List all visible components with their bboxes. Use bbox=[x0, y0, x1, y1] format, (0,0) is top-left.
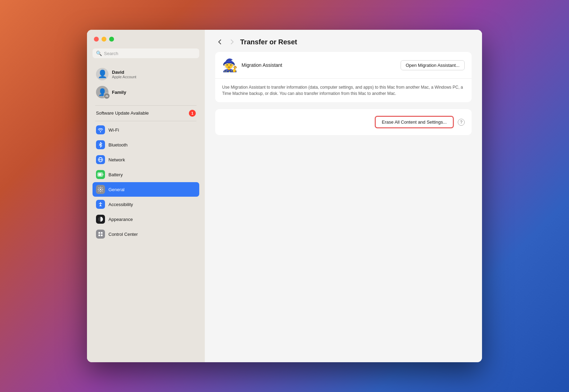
wifi-icon bbox=[96, 125, 105, 134]
avatar-wrapper: 👤 bbox=[96, 68, 108, 80]
help-button[interactable]: ? bbox=[458, 119, 465, 126]
appearance-icon bbox=[96, 215, 105, 224]
network-icon bbox=[96, 155, 105, 164]
search-placeholder: Search bbox=[104, 51, 118, 56]
user-account-item[interactable]: 👤 David Apple Account bbox=[93, 65, 199, 83]
fullscreen-button[interactable] bbox=[109, 37, 114, 42]
svg-rect-10 bbox=[101, 232, 103, 234]
software-update-label: Software Update Available bbox=[96, 110, 185, 116]
search-icon: 🔍 bbox=[96, 51, 102, 56]
family-avatar-wrapper: 👤 JS bbox=[96, 86, 108, 98]
svg-rect-5 bbox=[103, 174, 103, 175]
sidebar-item-battery[interactable]: Battery bbox=[93, 167, 199, 182]
open-migration-button[interactable]: Open Migration Assistant... bbox=[401, 60, 465, 70]
main-header: Transfer or Reset bbox=[205, 30, 482, 52]
avatar-person-icon: 👤 bbox=[98, 70, 107, 79]
wifi-label: Wi-Fi bbox=[108, 127, 119, 133]
general-label: General bbox=[108, 187, 124, 192]
close-button[interactable] bbox=[94, 37, 99, 42]
migration-title: Migration Assistant bbox=[242, 62, 395, 68]
divider-1 bbox=[95, 105, 196, 106]
settings-window: 🔍 Search 👤 David Apple Account bbox=[87, 30, 482, 362]
update-text-block: Software Update Available bbox=[96, 110, 185, 116]
main-body: 🧙 Migration Assistant Open Migration Ass… bbox=[205, 52, 482, 362]
erase-card: Erase All Content and Settings... ? bbox=[215, 109, 472, 135]
back-button[interactable] bbox=[215, 37, 224, 46]
migration-card: 🧙 Migration Assistant Open Migration Ass… bbox=[215, 52, 472, 102]
sidebar-item-general[interactable]: General bbox=[93, 182, 199, 197]
general-icon bbox=[96, 185, 105, 194]
sidebar-item-appearance[interactable]: Appearance bbox=[93, 212, 199, 226]
traffic-lights bbox=[87, 37, 205, 48]
bluetooth-label: Bluetooth bbox=[108, 142, 128, 148]
battery-label: Battery bbox=[108, 172, 123, 177]
sidebar: 🔍 Search 👤 David Apple Account bbox=[87, 30, 205, 362]
erase-button[interactable]: Erase All Content and Settings... bbox=[375, 116, 454, 128]
network-label: Network bbox=[108, 157, 125, 162]
sidebar-content: 👤 David Apple Account 👤 JS bbox=[87, 64, 205, 355]
battery-icon bbox=[96, 170, 105, 179]
family-info: Family bbox=[112, 90, 196, 95]
svg-rect-4 bbox=[98, 173, 102, 176]
sidebar-item-network[interactable]: Network bbox=[93, 152, 199, 167]
page-title: Transfer or Reset bbox=[240, 38, 297, 46]
divider-2 bbox=[95, 121, 196, 121]
migration-icon: 🧙 bbox=[222, 58, 236, 72]
control-center-label: Control Center bbox=[108, 232, 138, 237]
svg-rect-12 bbox=[101, 234, 103, 236]
migration-card-header: 🧙 Migration Assistant Open Migration Ass… bbox=[215, 52, 472, 78]
migration-description: Use Migration Assistant to transfer info… bbox=[215, 78, 472, 102]
sidebar-item-control-center[interactable]: Control Center bbox=[93, 227, 199, 241]
user-name: David bbox=[112, 70, 196, 75]
svg-rect-9 bbox=[98, 232, 100, 234]
user-subtitle: Apple Account bbox=[112, 75, 196, 79]
accessibility-label: Accessibility bbox=[108, 202, 133, 207]
search-bar[interactable]: 🔍 Search bbox=[93, 48, 199, 58]
main-content: Transfer or Reset 🧙 Migration Assistant … bbox=[205, 30, 482, 362]
control-center-icon bbox=[96, 230, 105, 239]
svg-point-6 bbox=[100, 189, 101, 190]
software-update-item[interactable]: Software Update Available 1 bbox=[93, 107, 199, 119]
user-info: David Apple Account bbox=[112, 70, 196, 79]
minimize-button[interactable] bbox=[102, 37, 106, 42]
sidebar-item-bluetooth[interactable]: Bluetooth bbox=[93, 137, 199, 152]
sidebar-item-wifi[interactable]: Wi-Fi bbox=[93, 123, 199, 137]
forward-button[interactable] bbox=[228, 37, 237, 46]
svg-rect-11 bbox=[98, 234, 100, 236]
family-item[interactable]: 👤 JS Family bbox=[93, 83, 199, 101]
family-badge: JS bbox=[104, 93, 110, 99]
avatar: 👤 bbox=[96, 68, 108, 80]
appearance-label: Appearance bbox=[108, 217, 133, 222]
svg-point-7 bbox=[100, 202, 101, 203]
erase-section: Erase All Content and Settings... ? bbox=[215, 109, 472, 135]
update-badge: 1 bbox=[189, 110, 196, 117]
user-section: 👤 David Apple Account 👤 JS bbox=[90, 64, 202, 104]
sidebar-item-accessibility[interactable]: Accessibility bbox=[93, 197, 199, 212]
bluetooth-icon bbox=[96, 140, 105, 149]
accessibility-icon bbox=[96, 200, 105, 209]
family-label: Family bbox=[112, 90, 196, 95]
